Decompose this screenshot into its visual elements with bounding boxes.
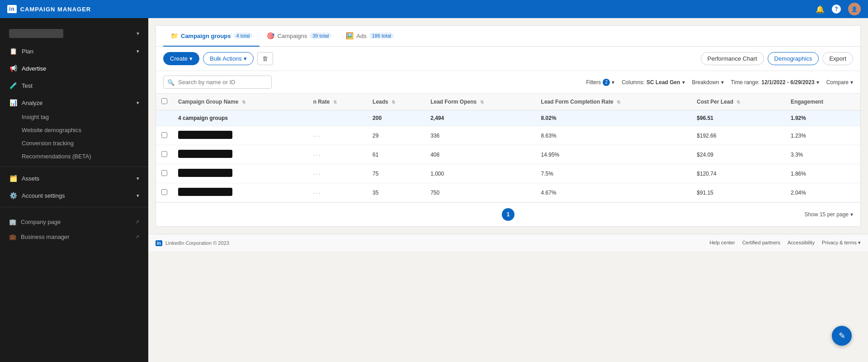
- row-0-lead-form-opens: 336: [425, 126, 535, 145]
- demographics-label: Demographics: [774, 55, 812, 62]
- sidebar-item-analyze[interactable]: 📊 Analyze ▾: [0, 95, 148, 110]
- plan-icon: 📋: [9, 48, 17, 55]
- page-1-label: 1: [507, 211, 510, 218]
- col-name-label: Campaign Group Name: [178, 99, 238, 105]
- campaigns-badge: 39 total: [310, 33, 331, 39]
- select-all-checkbox[interactable]: [161, 98, 167, 104]
- row-1-checkbox[interactable]: [161, 151, 167, 157]
- sidebar-item-website-demographics[interactable]: Website demographics: [22, 124, 148, 137]
- breakdown-selector[interactable]: Breakdown ▾: [692, 79, 724, 86]
- sidebar-item-conversion-tracking[interactable]: Conversion tracking: [22, 137, 148, 150]
- footer-link-help-center[interactable]: Help center: [709, 240, 735, 246]
- row-2-checkbox[interactable]: [161, 170, 167, 176]
- business-manager-icon: 💼: [9, 233, 16, 240]
- sidebar-label-advertise: Advertise: [22, 65, 46, 72]
- row-1-rate[interactable]: ···: [308, 145, 367, 164]
- row-3-lead-form-opens: 750: [425, 183, 535, 202]
- sidebar-item-recommendations[interactable]: Recommendations (BETA): [22, 150, 148, 163]
- col-header-completion-rate[interactable]: Lead Form Completion Rate ⇅: [536, 94, 692, 110]
- account-name: [9, 29, 63, 38]
- row-3-dots-menu[interactable]: ···: [313, 189, 321, 196]
- demographics-button[interactable]: Demographics: [768, 52, 819, 65]
- top-navigation: in CAMPAIGN MANAGER 🔔 ? 👤: [0, 0, 868, 18]
- advertise-icon: 📢: [9, 65, 17, 72]
- sidebar-item-test[interactable]: 🧪 Test: [0, 78, 148, 93]
- filters-row: 🔍 Filters 2 ▾ Columns: SC Lead Gen ▾: [156, 71, 860, 94]
- sidebar-divider: [0, 167, 148, 167]
- row-1-dots-menu[interactable]: ···: [313, 151, 321, 158]
- col-header-cost-per-lead[interactable]: Cost Per Lead ⇅: [691, 94, 785, 110]
- export-button[interactable]: Export: [822, 52, 853, 65]
- col-name-sort-icon: ⇅: [242, 100, 245, 105]
- sidebar-label-analyze: Analyze: [22, 100, 42, 106]
- sidebar-item-advertise[interactable]: 📢 Advertise: [0, 61, 148, 76]
- row-2-name: [173, 164, 308, 183]
- footer-link-accessibility[interactable]: Accessibility: [788, 240, 815, 246]
- row-0-dots-menu[interactable]: ···: [313, 132, 321, 139]
- tab-campaign-groups[interactable]: 📁 Campaign groups 4 total: [163, 26, 259, 47]
- table-row: ··· 29 336 8.63% $192.66 1.23%: [156, 126, 860, 145]
- notifications-icon[interactable]: 🔔: [816, 5, 825, 14]
- footer-link-certified-partners[interactable]: Certified partners: [742, 240, 780, 246]
- row-3-checkbox[interactable]: [161, 189, 167, 195]
- search-input[interactable]: [163, 76, 272, 89]
- compare-selector[interactable]: Compare ▾: [826, 79, 853, 86]
- ads-badge: 186 total: [369, 33, 394, 39]
- filters-button[interactable]: Filters 2 ▾: [586, 79, 615, 86]
- table-row: ··· 75 1,000 7.5% $120.74 1.86%: [156, 164, 860, 183]
- row-2-dots-menu[interactable]: ···: [313, 170, 321, 177]
- pagination: 1 Show 15 per page ▾: [156, 202, 860, 226]
- fab-button[interactable]: ✎: [832, 326, 852, 346]
- row-1-checkbox-cell[interactable]: [156, 145, 173, 164]
- row-2-rate[interactable]: ···: [308, 164, 367, 183]
- bulk-actions-button[interactable]: Bulk Actions ▾: [203, 52, 254, 65]
- col-header-engagement[interactable]: Engagement: [785, 94, 860, 110]
- company-page-icon: 🏢: [9, 219, 16, 225]
- sidebar-divider-2: [0, 207, 148, 207]
- create-chevron-icon: ▾: [189, 55, 193, 62]
- tab-ads[interactable]: 🖼️ Ads 186 total: [339, 26, 401, 47]
- per-page-label: Show 15 per page: [805, 211, 849, 218]
- col-leads-label: Leads: [373, 99, 388, 105]
- conversion-tracking-label: Conversion tracking: [22, 140, 74, 147]
- sidebar-item-company-page[interactable]: 🏢 Company page ↗: [0, 214, 148, 229]
- page-1-button[interactable]: 1: [502, 208, 514, 221]
- per-page-selector[interactable]: Show 15 per page ▾: [805, 211, 853, 218]
- col-header-rate[interactable]: n Rate ⇅: [308, 94, 367, 110]
- footer-link-privacy-terms[interactable]: Privacy & terms ▾: [822, 240, 861, 246]
- external-link-icon-2: ↗: [135, 234, 139, 240]
- row-0-rate[interactable]: ···: [308, 126, 367, 145]
- col-leads-sort-icon: ⇅: [392, 100, 395, 105]
- sidebar-item-insight-tag[interactable]: Insight tag: [22, 110, 148, 124]
- row-2-lead-form-opens: 1,000: [425, 164, 535, 183]
- time-range-selector[interactable]: Time range: 12/1/2022 - 6/29/2023 ▾: [731, 79, 819, 86]
- filter-controls: Filters 2 ▾ Columns: SC Lead Gen ▾ Break…: [586, 79, 853, 86]
- tab-campaigns[interactable]: 🎯 Campaigns 39 total: [259, 26, 339, 47]
- sidebar-item-assets[interactable]: 🗂️ Assets ▾: [0, 171, 148, 186]
- table-row: ··· 61 408 14.95% $24.09 3.3%: [156, 145, 860, 164]
- help-icon[interactable]: ?: [832, 5, 841, 14]
- col-header-lead-form-opens[interactable]: Lead Form Opens ⇅: [425, 94, 535, 110]
- app-brand: in CAMPAIGN MANAGER: [7, 5, 91, 13]
- create-label: Create: [170, 55, 188, 62]
- create-button[interactable]: Create ▾: [163, 52, 199, 65]
- sidebar-item-account-settings[interactable]: ⚙️ Account settings ▾: [0, 188, 148, 203]
- sidebar-item-business-manager[interactable]: 💼 Business manager ↗: [0, 229, 148, 244]
- row-3-rate[interactable]: ···: [308, 183, 367, 202]
- row-0-checkbox[interactable]: [161, 132, 167, 138]
- columns-selector[interactable]: Columns: SC Lead Gen ▾: [622, 79, 684, 86]
- delete-button[interactable]: 🗑: [257, 52, 273, 65]
- row-2-checkbox-cell[interactable]: [156, 164, 173, 183]
- sidebar-label-assets: Assets: [22, 175, 39, 182]
- sidebar-item-plan[interactable]: 📋 Plan ▾: [0, 43, 148, 59]
- performance-chart-button[interactable]: Performance Chart: [701, 52, 764, 65]
- col-header-name[interactable]: Campaign Group Name ⇅: [173, 94, 308, 110]
- select-all-header[interactable]: [156, 94, 173, 110]
- row-1-name: [173, 145, 308, 164]
- row-0-checkbox-cell[interactable]: [156, 126, 173, 145]
- sidebar-external-section: 🏢 Company page ↗ 💼 Business manager ↗: [0, 214, 148, 244]
- user-avatar[interactable]: 👤: [848, 3, 861, 15]
- row-3-checkbox-cell[interactable]: [156, 183, 173, 202]
- account-selector[interactable]: ▾: [0, 24, 148, 43]
- col-header-leads[interactable]: Leads ⇅: [367, 94, 425, 110]
